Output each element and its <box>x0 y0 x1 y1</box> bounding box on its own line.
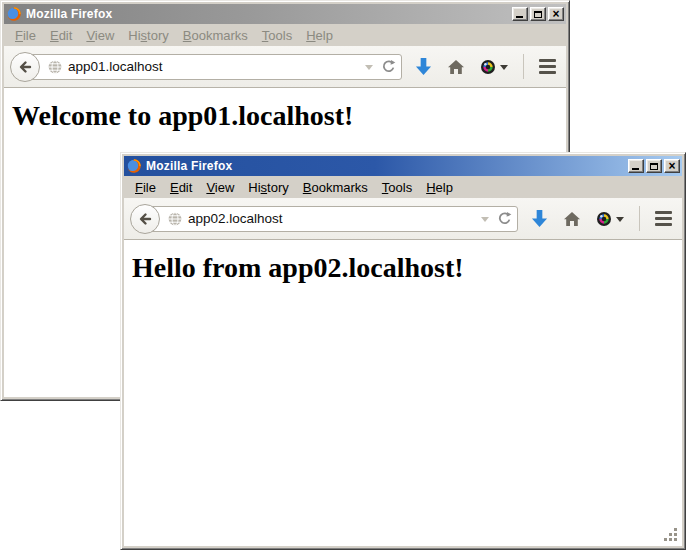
download-button[interactable] <box>415 57 432 76</box>
menu-bookmarks[interactable]: Bookmarks <box>176 26 255 45</box>
chevron-down-icon <box>500 65 508 74</box>
menu-edit[interactable]: Edit <box>163 178 199 197</box>
menu-edit[interactable]: Edit <box>43 26 79 45</box>
download-button[interactable] <box>531 209 548 228</box>
minimize-button[interactable] <box>512 7 528 21</box>
minimize-button[interactable] <box>628 159 644 173</box>
menu-file[interactable]: File <box>128 178 163 197</box>
home-icon <box>563 211 581 227</box>
firefox-icon[interactable] <box>126 158 142 174</box>
firefox-icon[interactable] <box>6 6 22 22</box>
window-title: Mozilla Firefox <box>26 7 512 21</box>
menu-bar: File Edit View History Bookmarks Tools H… <box>4 24 566 46</box>
url-bar[interactable]: app02.localhost <box>145 206 518 232</box>
app-menu-button[interactable] <box>655 211 672 226</box>
firefox-window-app02: Mozilla Firefox × File Edit View History… <box>120 152 686 550</box>
toolbar-separator <box>639 206 640 231</box>
download-arrow-icon <box>531 209 548 228</box>
color-wheel-icon <box>480 59 496 75</box>
home-icon <box>447 59 465 75</box>
toolbar-separator <box>523 54 524 79</box>
reload-button[interactable] <box>497 211 512 226</box>
app-menu-button[interactable] <box>539 59 556 74</box>
minimize-icon <box>632 168 639 170</box>
menu-help[interactable]: Help <box>299 26 340 45</box>
minimize-icon <box>516 16 523 18</box>
maximize-button[interactable] <box>530 7 546 21</box>
menu-tools[interactable]: Tools <box>255 26 299 45</box>
resize-grip[interactable] <box>664 528 678 542</box>
titlebar[interactable]: Mozilla Firefox × <box>4 4 566 24</box>
toolbar-icons <box>415 54 556 79</box>
color-wheel-icon <box>596 211 612 227</box>
site-identity-button[interactable] <box>48 60 62 74</box>
maximize-icon <box>650 163 658 170</box>
navigation-toolbar: app01.localhost <box>4 46 566 88</box>
close-button[interactable]: × <box>664 159 680 173</box>
menu-help[interactable]: Help <box>419 178 460 197</box>
menu-view[interactable]: View <box>199 178 241 197</box>
toolbar-icons <box>531 206 672 231</box>
url-value: app01.localhost <box>68 59 365 74</box>
home-button[interactable] <box>563 211 581 227</box>
page-heading: Welcome to app01.localhost! <box>4 100 566 132</box>
site-identity-button[interactable] <box>168 212 182 226</box>
url-bar[interactable]: app01.localhost <box>25 54 402 80</box>
menu-bar: File Edit View History Bookmarks Tools H… <box>124 176 682 198</box>
maximize-button[interactable] <box>646 159 662 173</box>
close-icon: × <box>552 9 559 19</box>
menu-file[interactable]: File <box>8 26 43 45</box>
url-value: app02.localhost <box>188 211 481 226</box>
close-icon: × <box>668 161 675 171</box>
menu-history[interactable]: History <box>241 178 295 197</box>
urlbar-dropdown-icon[interactable] <box>481 217 489 226</box>
back-arrow-icon <box>17 59 33 75</box>
close-button[interactable]: × <box>548 7 564 21</box>
download-arrow-icon <box>415 57 432 76</box>
desktop-background: Mozilla Firefox × File Edit View History… <box>0 0 688 551</box>
reload-button[interactable] <box>381 59 396 74</box>
menu-bookmarks[interactable]: Bookmarks <box>296 178 375 197</box>
home-button[interactable] <box>447 59 465 75</box>
chevron-down-icon <box>616 217 624 226</box>
window-controls: × <box>512 7 564 21</box>
back-button[interactable] <box>10 52 40 82</box>
reload-icon <box>381 59 396 74</box>
window-controls: × <box>628 159 680 173</box>
globe-icon <box>48 60 62 74</box>
page-heading: Hello from app02.localhost! <box>124 252 682 284</box>
back-button[interactable] <box>130 204 160 234</box>
back-arrow-icon <box>137 211 153 227</box>
page-content-app02: Hello from app02.localhost! <box>124 240 682 546</box>
window-title: Mozilla Firefox <box>146 159 628 173</box>
menu-view[interactable]: View <box>79 26 121 45</box>
addon-button[interactable] <box>596 211 624 227</box>
maximize-icon <box>534 11 542 18</box>
reload-icon <box>497 211 512 226</box>
globe-icon <box>168 212 182 226</box>
menu-tools[interactable]: Tools <box>375 178 419 197</box>
menu-history[interactable]: History <box>121 26 175 45</box>
urlbar-dropdown-icon[interactable] <box>365 65 373 74</box>
navigation-toolbar: app02.localhost <box>124 198 682 240</box>
titlebar[interactable]: Mozilla Firefox × <box>124 156 682 176</box>
addon-button[interactable] <box>480 59 508 75</box>
